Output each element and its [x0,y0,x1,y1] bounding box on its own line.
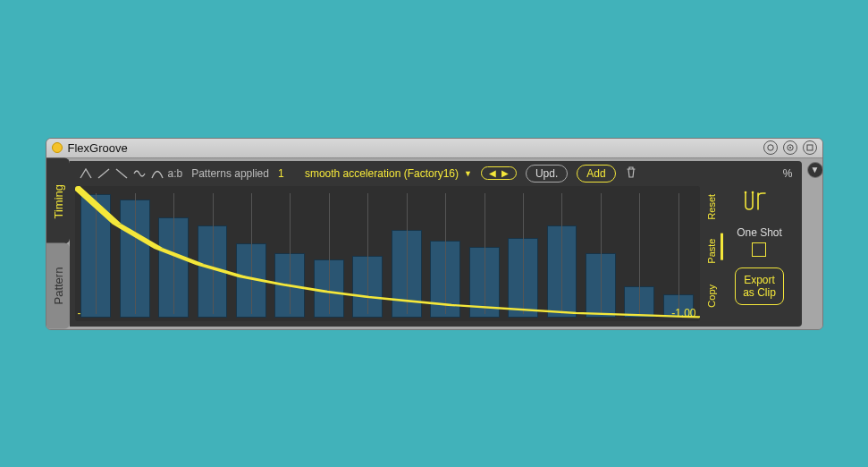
patterns-applied-label: Patterns applied [191,167,269,180]
oneshot-label: One Shot [737,226,782,239]
shape-ramp-up-icon[interactable] [97,167,111,180]
reset-button[interactable]: Reset [704,185,720,228]
titlebar-button-1[interactable] [763,140,778,155]
chevron-down-icon: ▼ [464,169,472,178]
preset-next-button[interactable]: ▶ [501,168,509,178]
svg-point-0 [767,145,772,150]
shape-ratio-label[interactable]: a:b [168,167,183,180]
add-button[interactable]: Add [577,165,615,183]
preset-nav: ◀ ▶ [481,166,517,180]
paste-button[interactable]: Paste [704,230,720,273]
brand-logo-icon [742,190,778,216]
shape-tri-down-icon[interactable] [79,167,93,180]
shape-sine-icon[interactable] [132,167,147,180]
expand-chevron-icon[interactable]: ▼ [807,162,823,178]
title-bar: FlexGroove [46,139,822,158]
preset-selector[interactable]: smooth acceleration (Factory16) ▼ [305,167,472,180]
main-panel: a:b Patterns applied 1 smooth accelerati… [70,161,802,327]
oneshot-toggle[interactable] [752,242,766,257]
svg-point-5 [751,191,754,193]
titlebar-button-3[interactable] [803,140,817,155]
device-window: FlexGroove Timing Pattern a [46,138,823,330]
curve-shape-picker: a:b [79,167,183,180]
percent-label: % [783,167,793,180]
tab-pattern[interactable]: Pattern [46,243,70,329]
patterns-applied-count: 1 [278,167,296,180]
export-as-clip-button[interactable]: Export as Clip [735,267,784,306]
axis-dash: - [78,307,81,319]
copy-button[interactable]: Copy [704,275,720,318]
shape-ramp-down-icon[interactable] [114,167,129,180]
device-title: FlexGroove [68,141,128,155]
update-button[interactable]: Upd. [526,165,568,183]
timing-chart[interactable]: - -1.00 [75,186,700,321]
preset-name: smooth acceleration (Factory16) [305,167,459,180]
toolbar: a:b Patterns applied 1 smooth accelerati… [70,161,802,186]
shape-arc-icon[interactable] [150,167,164,180]
preset-prev-button[interactable]: ◀ [489,168,496,178]
timing-curve [75,186,700,321]
curve-readout: -1.00 [671,307,695,319]
svg-rect-3 [807,145,813,150]
svg-point-4 [744,191,746,193]
copy-paste-strip: Reset Paste Copy [704,186,720,321]
tab-rail: Timing Pattern [46,158,70,329]
titlebar-button-2[interactable] [783,140,797,155]
right-column: One Shot Export as Clip [723,186,796,321]
trash-icon[interactable] [625,166,637,181]
svg-point-2 [789,147,791,149]
device-activator-dot[interactable] [52,142,63,153]
tab-timing[interactable]: Timing [46,158,70,244]
